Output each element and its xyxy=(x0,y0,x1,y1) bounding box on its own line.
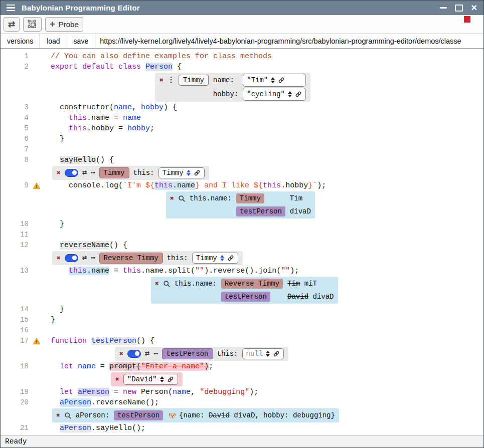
code-line[interactable]: let name = prompt("Enter a name"); xyxy=(51,361,483,372)
stepper-icon[interactable] xyxy=(187,170,191,176)
example-badge[interactable]: testPerson xyxy=(162,348,213,359)
code-token: this xyxy=(69,267,87,275)
code-line[interactable] xyxy=(51,144,483,155)
code-token: ) xyxy=(204,362,209,371)
code-token xyxy=(51,398,60,407)
value-box[interactable]: "cycling" xyxy=(243,88,306,101)
activation-toggle-icon[interactable] xyxy=(65,254,78,262)
versions-button[interactable]: versions xyxy=(1,34,40,48)
activation-toggle-icon[interactable] xyxy=(65,169,78,177)
code-token: }` xyxy=(308,181,317,190)
add-probe-label: Probe xyxy=(59,20,79,29)
editor-line: 18 let name = prompt("Enter a name"); xyxy=(1,361,483,372)
code-token: hobby xyxy=(141,103,164,112)
code-line[interactable]: reverseName() { xyxy=(51,240,483,251)
link-icon[interactable] xyxy=(273,350,280,357)
code-line[interactable]: constructor(name, hobby) { xyxy=(51,102,483,113)
code-line[interactable]: } xyxy=(51,219,483,230)
close-icon[interactable]: ✖ xyxy=(57,255,61,262)
value-box[interactable]: null xyxy=(242,348,284,359)
code-line[interactable]: aPerson.reverseName(); xyxy=(51,397,483,408)
code-line[interactable]: // You can also define examples for clas… xyxy=(51,51,483,62)
code-line[interactable]: export default class Person { xyxy=(51,62,483,72)
code-token: { xyxy=(173,63,182,71)
activation-toggle-icon[interactable] xyxy=(127,350,141,358)
code-line[interactable]: aPerson.sayHello(); xyxy=(51,423,483,433)
minimize-button[interactable] xyxy=(440,7,447,9)
swap-icon[interactable]: ⇄ xyxy=(145,350,150,358)
value-box[interactable]: Timmy xyxy=(158,167,205,178)
code-line[interactable]: this.name = this.name.split("").reverse(… xyxy=(51,266,483,276)
code-token: sayHello xyxy=(60,156,96,164)
load-button[interactable]: load xyxy=(40,34,67,48)
code-line[interactable]: let aPerson = new Person(name, "debuggin… xyxy=(51,387,483,397)
code-line[interactable]: this.name = name xyxy=(51,113,483,123)
link-icon[interactable] xyxy=(167,376,174,383)
code-line[interactable]: this.hobby = hobby; xyxy=(51,123,483,134)
stepper-icon[interactable] xyxy=(271,77,275,84)
close-window-button[interactable]: ✕ xyxy=(471,4,477,12)
probe-values: David divaD xyxy=(287,291,334,303)
code-line[interactable]: } xyxy=(51,134,483,144)
more-options-icon[interactable]: ⋯ xyxy=(91,255,95,262)
code-line[interactable]: } xyxy=(51,304,483,315)
probe-expression: aPerson: xyxy=(76,411,109,419)
code-line[interactable]: function testPerson() { xyxy=(51,336,483,346)
code-line[interactable] xyxy=(51,230,483,240)
url-field[interactable]: https://lively-kernel.org/lively4/lively… xyxy=(95,34,483,48)
link-icon[interactable] xyxy=(295,91,302,98)
link-icon[interactable] xyxy=(278,77,285,84)
example-badge[interactable]: testPerson xyxy=(114,410,163,420)
magnifier-icon[interactable] xyxy=(178,195,186,202)
magnifier-icon[interactable] xyxy=(64,412,72,419)
swap-icon[interactable]: ⇄ xyxy=(82,169,87,177)
close-icon[interactable]: ✖ xyxy=(119,351,123,357)
example-badge[interactable]: Timmy xyxy=(236,193,264,203)
example-badge[interactable]: testPerson xyxy=(236,206,285,216)
swap-icon[interactable]: ⇄ xyxy=(82,254,87,262)
close-icon[interactable]: ✖ xyxy=(159,77,164,84)
example-badge[interactable]: Timmy xyxy=(179,75,209,86)
close-icon[interactable]: ✖ xyxy=(56,412,60,419)
code-line[interactable]: sayHello() { xyxy=(51,155,483,165)
probe-values: {name: David divaD, hobby: debugging} xyxy=(168,409,335,421)
code-line[interactable]: console.log(`I'm ${this.name} and I like… xyxy=(51,180,483,191)
example-badge[interactable]: testPerson xyxy=(221,292,270,302)
value-box[interactable]: Timmy xyxy=(192,253,238,264)
hamburger-menu-icon[interactable] xyxy=(7,5,15,12)
close-icon[interactable]: ✖ xyxy=(155,281,159,287)
close-icon[interactable]: ✖ xyxy=(170,195,174,202)
frame-select-button[interactable] xyxy=(23,17,42,32)
code-line[interactable] xyxy=(51,325,483,336)
field-key: this: xyxy=(133,169,154,177)
value-box[interactable]: "David" xyxy=(123,374,178,385)
gutter-cell: 1 xyxy=(1,51,45,62)
swap-tool-button[interactable]: ⇄ xyxy=(4,17,20,32)
link-icon[interactable] xyxy=(227,255,234,262)
drag-handle-icon[interactable]: ⋮ xyxy=(168,77,175,84)
code-editor[interactable]: 1// You can also define examples for cla… xyxy=(1,49,483,435)
code-token: "Enter a name" xyxy=(141,362,204,371)
gutter-cell xyxy=(1,372,45,382)
code-token: ); xyxy=(290,267,299,275)
example-badge[interactable]: Timmy xyxy=(99,167,129,178)
close-icon[interactable]: ✖ xyxy=(115,376,119,383)
example-widget: ✖⇄⋯Reverse Timmythis:Timmy xyxy=(52,251,243,265)
code-token: aPerson xyxy=(60,424,91,432)
more-options-icon[interactable]: ⋯ xyxy=(91,169,95,177)
close-icon[interactable]: ✖ xyxy=(57,170,61,176)
example-badge[interactable]: Reverse Timmy xyxy=(99,253,163,264)
stepper-icon[interactable] xyxy=(288,91,292,98)
add-probe-button[interactable]: + Probe xyxy=(45,17,83,32)
more-options-icon[interactable]: ⋯ xyxy=(153,350,157,358)
example-badge[interactable]: Reverse Timmy xyxy=(221,279,283,289)
stepper-icon[interactable] xyxy=(266,351,270,357)
maximize-button[interactable] xyxy=(455,5,463,12)
stepper-icon[interactable] xyxy=(160,376,164,383)
value-box[interactable]: "Tim" xyxy=(243,74,306,87)
magnifier-icon[interactable] xyxy=(163,280,171,288)
link-icon[interactable] xyxy=(194,169,201,176)
save-button[interactable]: save xyxy=(67,34,96,48)
code-line[interactable]: } xyxy=(51,315,483,325)
stepper-icon[interactable] xyxy=(220,255,224,262)
